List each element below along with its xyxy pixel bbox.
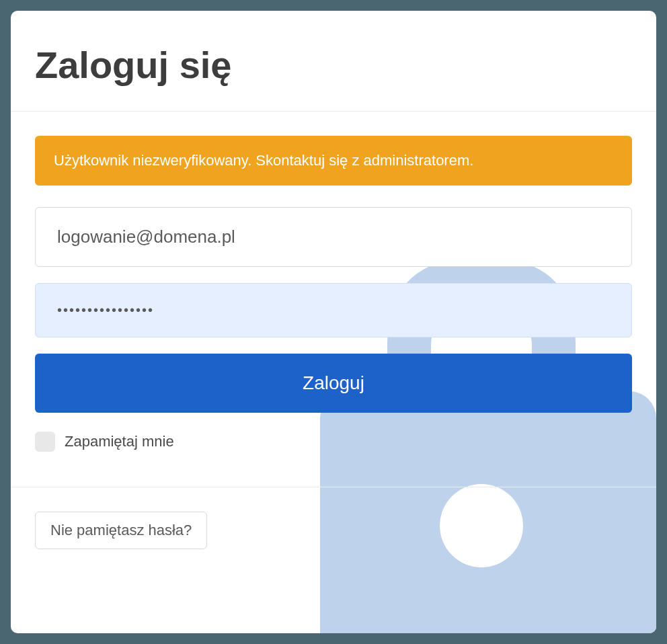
footer-section: Nie pamiętasz hasła? bbox=[11, 487, 656, 573]
password-field[interactable] bbox=[35, 283, 632, 337]
forgot-password-button[interactable]: Nie pamiętasz hasła? bbox=[35, 512, 207, 549]
login-card: Zaloguj się Użytkownik niezweryfikowany.… bbox=[11, 11, 656, 633]
remember-label[interactable]: Zapamiętaj mnie bbox=[65, 433, 174, 450]
page-title: Zaloguj się bbox=[35, 43, 632, 87]
remember-row: Zapamiętaj mnie bbox=[35, 429, 632, 454]
alert-warning: Użytkownik niezweryfikowany. Skontaktuj … bbox=[35, 136, 632, 186]
remember-checkbox[interactable] bbox=[35, 432, 55, 452]
email-field[interactable] bbox=[35, 207, 632, 267]
form-section: Użytkownik niezweryfikowany. Skontaktuj … bbox=[11, 112, 656, 487]
login-button[interactable]: Zaloguj bbox=[35, 354, 632, 413]
header-section: Zaloguj się bbox=[11, 11, 656, 112]
